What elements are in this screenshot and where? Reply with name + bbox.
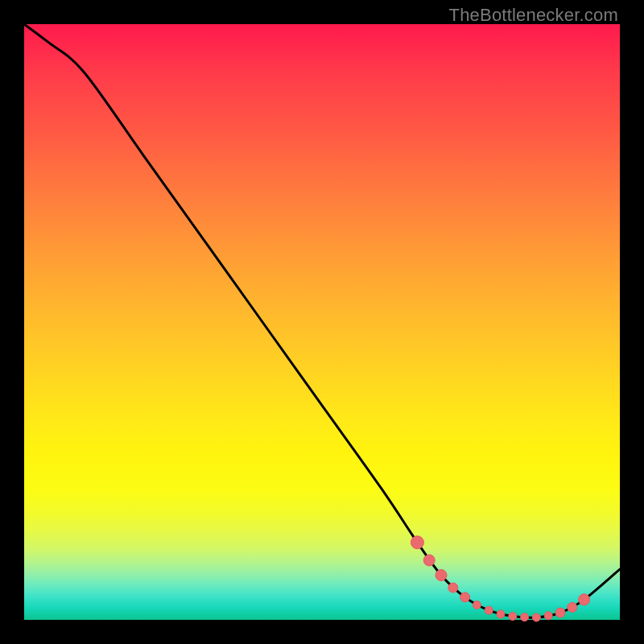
highlight-point xyxy=(485,606,493,614)
bottleneck-curve xyxy=(24,24,620,617)
highlight-point xyxy=(521,613,529,621)
highlight-point xyxy=(411,536,423,549)
highlight-point xyxy=(473,601,481,609)
highlight-point xyxy=(436,570,447,581)
highlight-point xyxy=(460,592,470,602)
highlight-point xyxy=(555,608,565,617)
bottleneck-curve-chart xyxy=(0,0,644,644)
marker-layer xyxy=(411,536,589,621)
curve-layer xyxy=(24,24,620,617)
highlight-point xyxy=(544,612,552,620)
highlight-point xyxy=(448,583,458,592)
highlight-point xyxy=(568,602,577,612)
highlight-point xyxy=(509,613,517,621)
highlight-point xyxy=(497,610,505,618)
highlight-point xyxy=(532,613,540,621)
highlight-point xyxy=(423,555,435,566)
highlight-point xyxy=(579,594,590,605)
